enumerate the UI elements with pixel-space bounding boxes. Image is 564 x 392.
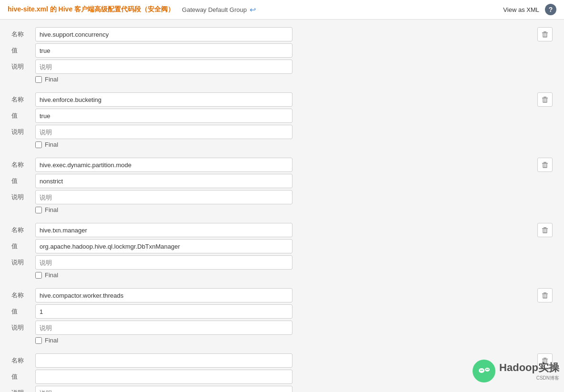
svg-point-42 — [487, 369, 488, 370]
value-input-2[interactable] — [35, 109, 292, 123]
trash-icon — [542, 227, 548, 233]
svg-rect-6 — [542, 98, 548, 99]
delete-button-4[interactable] — [537, 223, 553, 237]
svg-rect-19 — [544, 227, 546, 228]
desc-label-6: 说明 — [11, 389, 35, 392]
svg-rect-28 — [546, 294, 547, 298]
svg-rect-18 — [542, 228, 548, 229]
svg-point-40 — [482, 370, 483, 371]
main-content: 名称 值 说明 Final — [0, 20, 564, 392]
desc-input-3[interactable] — [35, 190, 292, 204]
desc-row-6: 说明 — [11, 386, 553, 392]
trash-icon — [542, 292, 548, 299]
property-block-6: 名称 值 说明 Final — [11, 353, 553, 392]
svg-rect-8 — [543, 99, 544, 102]
app-title-suffix: 客户端高级配置代码段（安全阀） — [72, 5, 174, 13]
final-row-4: Final — [11, 271, 553, 279]
delete-button-5[interactable] — [537, 288, 553, 302]
svg-rect-11 — [543, 102, 547, 103]
value-row-3: 值 — [11, 174, 553, 188]
desc-label-1: 说明 — [11, 62, 35, 71]
desc-row-5: 说明 — [11, 321, 553, 335]
svg-point-41 — [486, 369, 487, 370]
final-label-2: Final — [45, 141, 58, 148]
value-input-3[interactable] — [35, 174, 292, 188]
final-checkbox-1[interactable] — [35, 76, 42, 83]
name-label-4: 名称 — [11, 226, 35, 234]
name-row-2: 名称 — [11, 92, 553, 107]
final-checkbox-5[interactable] — [35, 337, 42, 344]
name-input-2[interactable] — [35, 92, 292, 107]
trash-icon — [542, 31, 548, 38]
final-checkbox-2[interactable] — [35, 141, 42, 148]
svg-rect-20 — [543, 229, 544, 233]
desc-input-1[interactable] — [35, 60, 292, 74]
top-bar: hive-site.xml 的 Hive 客户端高级配置代码段（安全阀） Gat… — [0, 0, 564, 20]
trash-icon — [542, 96, 548, 103]
svg-rect-15 — [544, 164, 545, 168]
svg-rect-17 — [543, 167, 547, 168]
delete-button-3[interactable] — [537, 158, 553, 172]
final-row-2: Final — [11, 141, 553, 148]
help-icon[interactable]: ? — [545, 4, 556, 15]
desc-row-4: 说明 — [11, 255, 553, 270]
svg-rect-23 — [543, 232, 547, 233]
svg-rect-25 — [544, 292, 546, 293]
breadcrumb-back-arrow[interactable]: ↩ — [250, 5, 256, 14]
final-label-3: Final — [45, 206, 58, 213]
name-label-3: 名称 — [11, 161, 35, 169]
trash-icon — [542, 161, 548, 168]
svg-rect-24 — [542, 293, 548, 294]
svg-rect-21 — [544, 229, 545, 233]
top-bar-left: hive-site.xml 的 Hive 客户端高级配置代码段（安全阀） Gat… — [8, 5, 256, 14]
value-input-6[interactable] — [35, 370, 292, 384]
value-input-5[interactable] — [35, 304, 292, 319]
final-checkbox-3[interactable] — [35, 207, 42, 213]
desc-label-4: 说明 — [11, 258, 35, 267]
value-label-4: 值 — [11, 242, 35, 251]
desc-label-3: 说明 — [11, 193, 35, 201]
app-title: hive-site.xml 的 Hive 客户端高级配置代码段（安全阀） — [8, 5, 174, 14]
value-label-3: 值 — [11, 177, 35, 185]
desc-row-2: 说明 — [11, 125, 553, 139]
svg-rect-29 — [543, 298, 547, 299]
svg-rect-12 — [542, 163, 548, 164]
wechat-icon — [475, 362, 493, 380]
value-input-1[interactable] — [35, 43, 292, 58]
property-block-1: 名称 值 说明 Final — [11, 27, 553, 83]
value-label-5: 值 — [11, 307, 35, 316]
top-bar-right: View as XML ? — [503, 4, 556, 15]
desc-input-2[interactable] — [35, 125, 292, 139]
final-checkbox-4[interactable] — [35, 272, 42, 279]
app-title-prefix: hive-site.xml 的 — [8, 5, 59, 13]
svg-rect-10 — [546, 99, 547, 102]
desc-input-4[interactable] — [35, 255, 292, 270]
svg-rect-31 — [544, 358, 546, 359]
view-xml-button[interactable]: View as XML — [503, 6, 539, 13]
name-input-5[interactable] — [35, 288, 292, 302]
svg-point-37 — [479, 368, 484, 373]
desc-row-1: 说明 — [11, 60, 553, 74]
name-label-1: 名称 — [11, 30, 35, 39]
name-input-6[interactable] — [35, 353, 292, 368]
desc-label-2: 说明 — [11, 128, 35, 136]
value-row-6: 值 — [11, 370, 553, 384]
name-input-4[interactable] — [35, 223, 292, 237]
final-row-3: Final — [11, 206, 553, 213]
watermark-icon — [473, 360, 495, 382]
value-row-4: 值 — [11, 239, 553, 253]
name-input-1[interactable] — [35, 27, 292, 41]
app-title-hive: Hive — [59, 5, 73, 13]
name-input-3[interactable] — [35, 158, 292, 172]
desc-input-5[interactable] — [35, 321, 292, 335]
delete-button-2[interactable] — [537, 92, 553, 107]
desc-input-6[interactable] — [35, 386, 292, 392]
value-label-1: 值 — [11, 46, 35, 55]
delete-button-1[interactable] — [537, 27, 553, 41]
watermark-area: Hadoop实操 CSDN博客 — [473, 360, 559, 382]
value-input-4[interactable] — [35, 239, 292, 253]
name-label-2: 名称 — [11, 95, 35, 104]
value-row-5: 值 — [11, 304, 553, 319]
desc-row-3: 说明 — [11, 190, 553, 204]
name-label-6: 名称 — [11, 356, 35, 365]
